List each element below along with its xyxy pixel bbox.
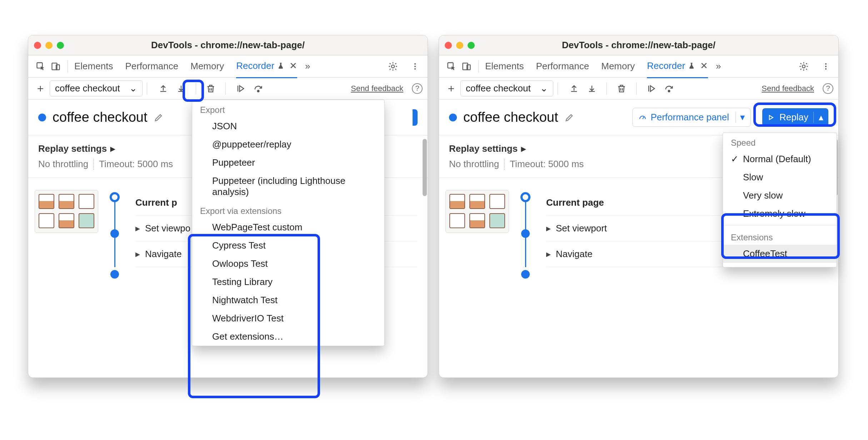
export-button[interactable]: [174, 81, 189, 96]
export-nightwatch[interactable]: Nightwatch Test: [192, 291, 384, 309]
export-button[interactable]: [584, 81, 599, 96]
chevron-right-icon: ▸: [135, 249, 140, 260]
edit-name-icon[interactable]: [154, 112, 164, 122]
step-label: Set viewport: [556, 223, 607, 234]
chevron-up-icon[interactable]: ▴: [813, 112, 823, 123]
recording-selector-value: coffee checkout: [466, 83, 531, 94]
tab-performance[interactable]: Performance: [536, 55, 589, 78]
play-icon: [767, 114, 774, 121]
svg-point-13: [825, 66, 827, 67]
scrollbar[interactable]: [423, 139, 427, 196]
extensions-section-label: Extensions: [723, 228, 837, 245]
flask-icon: [688, 62, 695, 69]
export-cypress[interactable]: Cypress Test: [192, 236, 384, 255]
divider: [93, 159, 94, 170]
tab-memory[interactable]: Memory: [601, 55, 635, 78]
tab-elements[interactable]: Elements: [485, 55, 524, 78]
settings-gear-icon[interactable]: [796, 59, 811, 74]
export-puppeteer[interactable]: Puppeteer: [192, 154, 384, 172]
close-icon[interactable]: ✕: [289, 60, 297, 71]
kebab-menu-icon[interactable]: [408, 59, 423, 74]
recording-selector[interactable]: coffee checkout ⌄: [460, 80, 553, 96]
more-tabs-icon[interactable]: »: [716, 61, 721, 72]
divider: [68, 60, 68, 72]
speed-normal-label: Normal (Default): [743, 154, 811, 164]
replay-extension-coffeetest[interactable]: CoffeeTest: [723, 245, 837, 263]
help-icon[interactable]: ?: [823, 83, 833, 94]
performance-panel-label: Performance panel: [650, 112, 729, 123]
continue-button[interactable]: [233, 81, 248, 96]
step-over-button[interactable]: [251, 81, 266, 96]
timeline: [521, 190, 530, 267]
new-recording-button[interactable]: ＋: [33, 81, 48, 96]
export-puppeteer-replay[interactable]: @puppeteer/replay: [192, 135, 384, 154]
new-recording-button[interactable]: ＋: [444, 81, 458, 96]
device-toolbar-icon[interactable]: [48, 59, 63, 74]
tab-recorder[interactable]: Recorder ✕: [647, 55, 708, 78]
speed-very-slow[interactable]: Very slow: [723, 186, 837, 205]
delete-button[interactable]: [614, 81, 629, 96]
export-puppeteer-lighthouse[interactable]: Puppeteer (including Lighthouse analysis…: [192, 172, 384, 201]
tab-recorder[interactable]: Recorder ✕: [236, 55, 297, 78]
chevron-down-icon[interactable]: ▾: [735, 112, 745, 123]
tab-elements[interactable]: Elements: [74, 55, 113, 78]
export-owloops[interactable]: Owloops Test: [192, 255, 384, 273]
flask-icon: [277, 62, 284, 69]
export-webpagetest[interactable]: WebPageTest custom: [192, 218, 384, 236]
chevron-right-icon: ▸: [110, 143, 115, 154]
chevron-right-icon: ▸: [521, 143, 526, 154]
export-ext-section-label: Export via extensions: [192, 201, 384, 218]
divider: [504, 159, 505, 170]
export-get-extensions[interactable]: Get extensions…: [192, 328, 384, 346]
svg-point-11: [802, 65, 805, 68]
replay-settings-label[interactable]: Replay settings: [38, 143, 107, 154]
timeline: [110, 190, 119, 267]
replay-button[interactable]: Replay ▴: [762, 108, 828, 126]
replay-button-edge[interactable]: [413, 109, 418, 126]
svg-point-3: [391, 65, 394, 68]
speed-section-label: Speed: [723, 133, 837, 150]
export-menu: Export JSON @puppeteer/replay Puppeteer …: [192, 100, 385, 346]
speed-normal[interactable]: ✓ Normal (Default): [723, 150, 837, 168]
settings-gear-icon[interactable]: [385, 59, 400, 74]
recording-selector[interactable]: coffee checkout ⌄: [50, 80, 143, 96]
window-title: DevTools - chrome://new-tab-page/: [439, 40, 838, 51]
svg-point-7: [258, 90, 259, 92]
performance-panel-button[interactable]: Performance panel ▾: [632, 108, 751, 127]
export-testing-library[interactable]: Testing Library: [192, 273, 384, 291]
more-tabs-icon[interactable]: »: [305, 61, 310, 72]
step-over-button[interactable]: [662, 81, 677, 96]
chevron-right-icon: ▸: [546, 249, 551, 260]
help-icon[interactable]: ?: [412, 83, 423, 94]
send-feedback-link[interactable]: Send feedback: [762, 84, 814, 93]
export-webdriverio[interactable]: WebdriverIO Test: [192, 309, 384, 328]
inspect-element-icon[interactable]: [444, 59, 459, 74]
import-button[interactable]: [567, 81, 582, 96]
device-toolbar-icon[interactable]: [459, 59, 474, 74]
tab-recorder-label: Recorder: [236, 60, 274, 71]
speed-extremely-slow[interactable]: Extremely slow: [723, 205, 837, 223]
tab-performance[interactable]: Performance: [125, 55, 178, 78]
edit-name-icon[interactable]: [564, 112, 574, 122]
chevron-down-icon: ⌄: [540, 83, 548, 94]
kebab-menu-icon[interactable]: [818, 59, 833, 74]
inspect-element-icon[interactable]: [33, 59, 48, 74]
step-label: Current page: [546, 197, 604, 208]
chevron-down-icon: ⌄: [129, 83, 137, 94]
step-label: Current p: [135, 197, 177, 208]
svg-point-6: [414, 68, 416, 70]
continue-button[interactable]: [644, 81, 659, 96]
delete-button[interactable]: [203, 81, 218, 96]
step-label: Navigate: [145, 249, 182, 260]
divider: [147, 82, 147, 95]
speed-slow[interactable]: Slow: [723, 168, 837, 186]
divider: [225, 82, 226, 95]
svg-point-14: [825, 68, 827, 70]
replay-settings-label[interactable]: Replay settings: [449, 143, 518, 154]
import-button[interactable]: [156, 81, 171, 96]
tab-memory[interactable]: Memory: [190, 55, 224, 78]
send-feedback-link[interactable]: Send feedback: [351, 84, 403, 93]
step-label: Set viewpo: [145, 223, 190, 234]
close-icon[interactable]: ✕: [700, 60, 708, 71]
export-json[interactable]: JSON: [192, 117, 384, 135]
